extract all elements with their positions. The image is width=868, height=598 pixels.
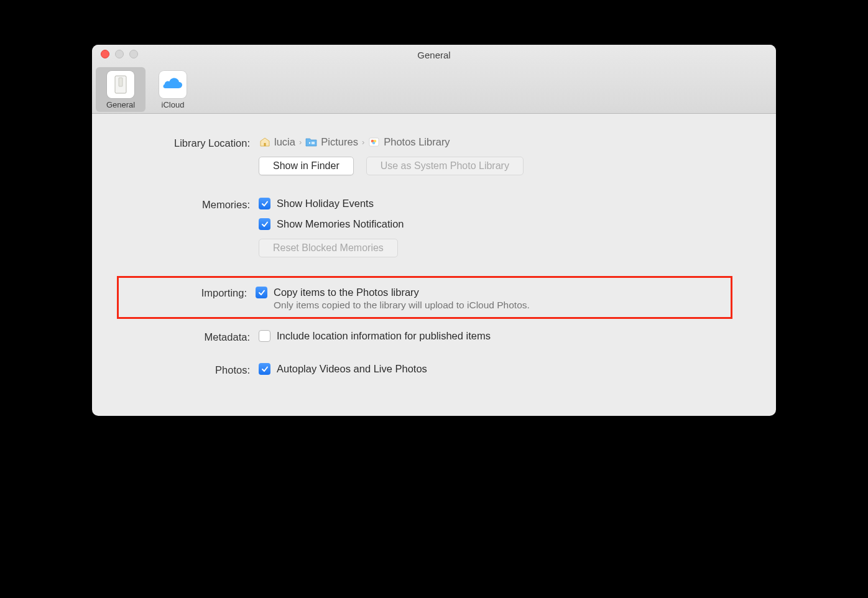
include-location-label: Include location information for publish… [277,330,491,342]
toolbar: General iCloud [92,65,776,113]
chevron-right-icon: › [299,137,302,147]
svg-rect-1 [119,78,122,86]
svg-point-3 [309,142,310,143]
traffic-lights [101,50,138,58]
autoplay-checkbox[interactable] [259,363,270,375]
svg-rect-2 [264,143,265,146]
tab-general[interactable]: General [96,67,145,112]
svg-point-8 [372,142,376,145]
library-location-row: Library Location: lucia › Pictures › [117,136,751,193]
memories-label: Memories: [117,198,259,211]
metadata-row: Metadata: Include location information f… [117,330,751,351]
memories-notification-checkbox[interactable] [259,218,270,230]
metadata-label: Metadata: [117,330,259,343]
memories-row: Memories: Show Holiday Events Show Memor… [117,198,751,257]
breadcrumb-home: lucia [274,136,295,148]
copy-items-checkbox[interactable] [256,287,267,298]
breadcrumb: lucia › Pictures › Photos Library [259,136,751,148]
close-button[interactable] [101,50,109,58]
general-icon [107,71,134,98]
icloud-icon [159,71,187,98]
photos-label: Photos: [117,363,259,376]
content-pane: Library Location: lucia › Pictures › [92,114,776,416]
tab-icloud[interactable]: iCloud [148,67,198,112]
tab-icloud-label: iCloud [148,100,198,109]
breadcrumb-library: Photos Library [384,136,450,148]
tab-general-label: General [96,100,145,109]
library-location-label: Library Location: [117,136,259,149]
window-title: General [417,50,450,60]
importing-label: Importing: [125,287,256,311]
zoom-button[interactable] [129,50,138,58]
pictures-folder-icon [305,137,317,147]
svg-rect-4 [312,142,315,144]
holiday-events-label: Show Holiday Events [277,198,374,209]
home-folder-icon [259,137,270,147]
breadcrumb-pictures: Pictures [321,136,358,148]
chevron-right-icon: › [362,137,364,147]
copy-items-note: Only items copied to the library will up… [274,300,724,311]
reset-blocked-memories-button: Reset Blocked Memories [259,239,398,257]
photos-row: Photos: Autoplay Videos and Live Photos [117,363,751,376]
show-in-finder-button[interactable]: Show in Finder [259,157,354,175]
autoplay-label: Autoplay Videos and Live Photos [277,363,427,375]
copy-items-label: Copy items to the Photos library [274,287,419,298]
holiday-events-checkbox[interactable] [259,198,270,209]
titlebar: General General iCloud [92,45,776,114]
use-as-system-library-button: Use as System Photo Library [366,157,524,175]
preferences-window: General General iCloud [92,45,776,416]
memories-notification-label: Show Memories Notification [277,218,404,230]
importing-highlight: Importing: Copy items to the Photos libr… [117,276,732,319]
photos-library-icon [368,137,380,147]
include-location-checkbox[interactable] [259,330,270,342]
minimize-button[interactable] [115,50,124,58]
